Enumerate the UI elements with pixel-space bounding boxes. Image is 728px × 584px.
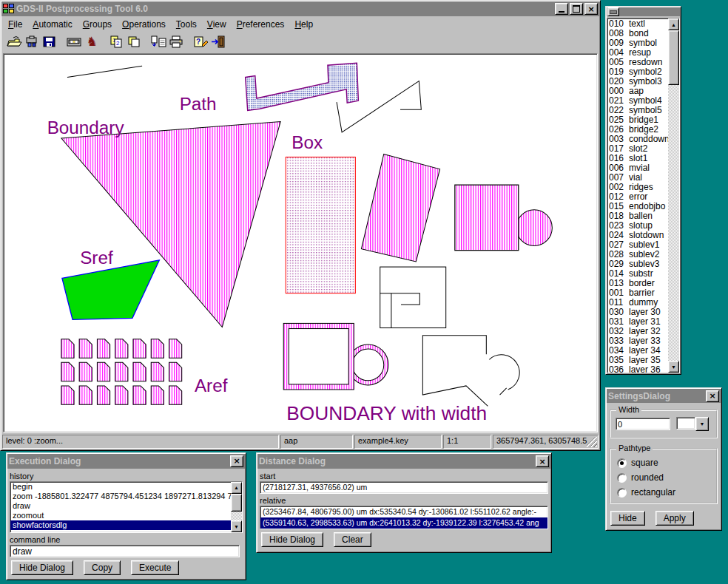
layer-list-item[interactable]: 036layer 36 (609, 365, 668, 373)
menu-item[interactable]: Tools (172, 18, 201, 30)
maximize-button[interactable] (570, 3, 583, 15)
scroll-up-icon[interactable]: ▲ (668, 18, 679, 30)
history-item[interactable]: begin (10, 482, 231, 492)
layer-list-item[interactable]: 029sublev3 (609, 259, 668, 269)
layers-scrollbar[interactable]: ▲ ▼ (668, 18, 679, 373)
layer-list-item[interactable]: 006mvial (609, 163, 668, 173)
layer-list-item[interactable]: 026bridge2 (609, 125, 668, 135)
layer-list-item[interactable]: 011dummy (609, 298, 668, 308)
menu-item[interactable]: File (4, 18, 27, 30)
scroll-down-icon[interactable]: ▼ (668, 361, 679, 373)
settings-close-button[interactable]: × (706, 390, 719, 402)
distance-titlebar[interactable]: Distance Dialog × (257, 454, 550, 469)
history-item[interactable]: zoom -1885801.322477 4875794.451234 1897… (10, 492, 231, 501)
relative-item[interactable]: (5359140.63, 2998533.63) um dx:2641013.3… (260, 517, 547, 529)
layer-list-item[interactable]: 033layer 33 (609, 336, 668, 346)
open-file-icon[interactable] (5, 34, 23, 49)
main-titlebar[interactable]: GDS-II Postprocessing Tool 6.0 × (1, 1, 599, 16)
scrollbar-track[interactable] (668, 30, 679, 361)
clear-button[interactable]: Clear (334, 532, 371, 547)
layer-list-item[interactable]: 010textl (609, 19, 668, 29)
export-list-icon[interactable] (149, 34, 167, 49)
history-item[interactable]: draw (10, 501, 231, 511)
pages-12-icon[interactable]: 12 (107, 34, 125, 49)
resize-grip[interactable] (587, 437, 597, 447)
layer-list-item[interactable]: 034layer 34 (609, 346, 668, 356)
scrollbar-track[interactable] (231, 494, 242, 520)
layer-list-item[interactable]: 018ballen (609, 211, 668, 221)
minimize-button[interactable] (555, 3, 568, 15)
chevron-down-icon[interactable]: ▼ (695, 417, 709, 431)
layer-list-item[interactable]: 028sublev2 (609, 250, 668, 259)
history-scrollbar[interactable]: ▲ ▼ (231, 482, 242, 532)
layer-list-item[interactable]: 003conddown (609, 135, 668, 144)
menu-item[interactable]: Help (290, 18, 317, 30)
layer-list-item[interactable]: 019symbol2 (609, 67, 668, 77)
layer-list-item[interactable]: 009symbol (609, 38, 668, 48)
layer-list-item[interactable]: 024slotdown (609, 231, 668, 240)
apply-button[interactable]: Apply (655, 511, 694, 526)
distance-close-button[interactable]: × (536, 455, 549, 467)
scrollbar-thumb[interactable] (668, 30, 679, 85)
validate-icon[interactable]: ? (192, 34, 209, 49)
hide-button[interactable]: Hide (610, 511, 645, 526)
layer-list-item[interactable]: 014substr (609, 269, 668, 279)
scrollbar-thumb[interactable] (231, 494, 242, 512)
layer-list-item[interactable]: 012error (609, 192, 668, 202)
copy-button[interactable]: Copy (84, 560, 121, 575)
menu-item[interactable]: Preferences (232, 18, 289, 30)
relative-item[interactable]: (3253467.84, 4806795.00) um dx:535340.54… (260, 506, 547, 517)
menu-item[interactable]: Automatic (28, 18, 76, 30)
copy-icon[interactable] (125, 34, 143, 49)
layer-list-item[interactable]: 025bridge1 (609, 115, 668, 125)
execute-button[interactable]: Execute (131, 560, 179, 575)
import-tool-icon[interactable] (23, 34, 41, 49)
layer-list-item[interactable]: 021symbol4 (609, 96, 668, 106)
execution-close-button[interactable]: × (230, 455, 243, 467)
layer-list-item[interactable]: 015endobjbo (609, 202, 668, 211)
tape-icon[interactable] (65, 34, 83, 49)
command-line-input[interactable] (10, 545, 240, 557)
layer-list-item[interactable]: 032layer 32 (609, 327, 668, 336)
hide-dialog-button[interactable]: Hide Dialog (11, 560, 73, 575)
menu-item[interactable]: Groups (78, 18, 116, 30)
save-icon[interactable] (41, 34, 58, 49)
layer-list-item[interactable]: 000aap (609, 86, 668, 96)
print-icon[interactable] (167, 34, 185, 49)
layer-list-item[interactable]: 008bond (609, 29, 668, 38)
exit-icon[interactable] (209, 34, 227, 49)
layer-list-item[interactable]: 035layer 35 (609, 356, 668, 365)
scroll-up-icon[interactable]: ▲ (231, 482, 242, 494)
system-menu-icon[interactable] (607, 7, 619, 16)
scroll-down-icon[interactable]: ▼ (231, 520, 242, 532)
layer-list-item[interactable]: 023slotup (609, 221, 668, 231)
menu-item[interactable]: View (203, 18, 231, 30)
layer-list-item[interactable]: 002ridges (609, 183, 668, 192)
layer-list-item[interactable]: 020symbol3 (609, 77, 668, 86)
hide-dialog-button[interactable]: Hide Dialog (261, 532, 323, 547)
execution-titlebar[interactable]: Execution Dialog × (7, 454, 245, 469)
close-button[interactable]: × (584, 3, 598, 15)
layer-list-item[interactable]: 030layer 30 (609, 308, 668, 317)
pathtype-radio[interactable]: square (611, 455, 716, 470)
drawing-canvas[interactable]: Boundary Path Box Sref Aref BOUNDARY wit… (3, 53, 598, 432)
combo-field[interactable] (676, 417, 695, 429)
layer-list-item[interactable]: 001barrier (609, 288, 668, 298)
history-item[interactable]: showfactorsdlg (10, 520, 231, 530)
run-horse-icon[interactable]: ♞ (83, 34, 101, 49)
menu-item[interactable]: Operations (118, 18, 170, 30)
width-input[interactable] (616, 418, 670, 430)
layer-list-item[interactable]: 017slot2 (609, 144, 668, 154)
layers-titlebar[interactable] (607, 7, 680, 16)
pathtype-radio[interactable]: rounded (611, 470, 716, 485)
layer-list-item[interactable]: 013border (609, 279, 668, 288)
settings-titlebar[interactable]: SettingsDialog × (607, 389, 721, 403)
layer-list-item[interactable]: 005resdown (609, 58, 668, 67)
layer-list-item[interactable]: 007vial (609, 173, 668, 183)
pathtype-radio[interactable]: rectangular (611, 485, 716, 500)
layer-list-item[interactable]: 022symbol5 (609, 106, 668, 115)
layer-list-item[interactable]: 027sublev1 (609, 240, 668, 250)
history-item[interactable]: zoomout (10, 511, 231, 520)
units-combobox[interactable]: ▼ (676, 417, 709, 431)
start-field[interactable]: (2718127.31, 4937656.02) um (260, 481, 548, 494)
